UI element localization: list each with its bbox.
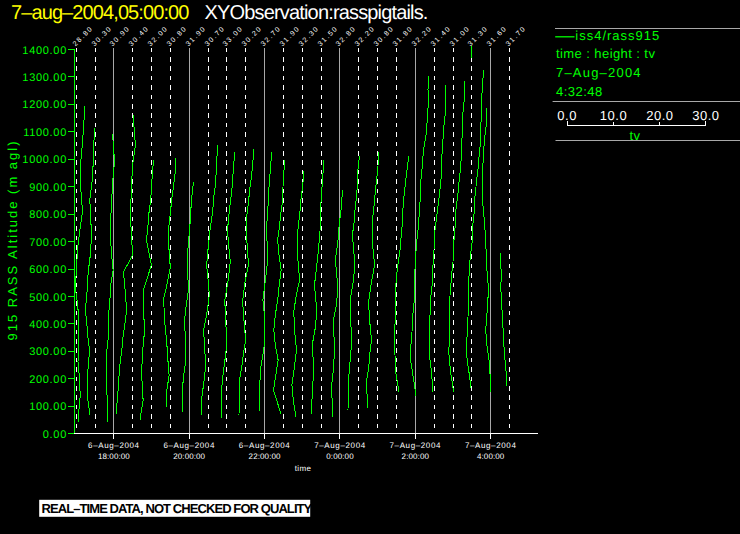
svg-text:6–Aug–2004: 6–Aug–2004 (163, 441, 215, 450)
svg-text:1300.00: 1300.00 (22, 72, 67, 84)
svg-text:4:32:48: 4:32:48 (556, 84, 603, 99)
svg-text:7–Aug–2004: 7–Aug–2004 (314, 441, 366, 450)
svg-text:10.0: 10.0 (600, 108, 627, 123)
svg-text:1400.00: 1400.00 (22, 45, 67, 57)
svg-text:22:00:00: 22:00:00 (249, 452, 281, 461)
svg-text:4:00:00: 4:00:00 (477, 452, 505, 461)
svg-text:100.00: 100.00 (29, 401, 67, 413)
svg-text:0:00:00: 0:00:00 (326, 452, 354, 461)
svg-text:REAL–TIME DATA, NOT CHECKED FO: REAL–TIME DATA, NOT CHECKED FOR QUALITY (42, 501, 313, 516)
svg-text:20.0: 20.0 (646, 108, 673, 123)
svg-text:time : height : tv: time : height : tv (556, 46, 655, 61)
svg-text:400.00: 400.00 (29, 319, 67, 331)
svg-text:6–Aug–2004: 6–Aug–2004 (88, 441, 140, 450)
svg-text:20:00:00: 20:00:00 (173, 452, 205, 461)
svg-text:600.00: 600.00 (29, 264, 67, 276)
svg-text:200.00: 200.00 (29, 374, 67, 386)
svg-text:2:00:00: 2:00:00 (402, 452, 430, 461)
svg-text:6–Aug–2004: 6–Aug–2004 (239, 441, 291, 450)
svg-text:915 RASS Altitude (m agl): 915 RASS Altitude (m agl) (5, 139, 20, 340)
svg-text:900.00: 900.00 (29, 182, 67, 194)
svg-text:7–Aug–2004: 7–Aug–2004 (465, 441, 517, 450)
svg-text:7–aug–2004,05:00:00: 7–aug–2004,05:00:00 (11, 2, 189, 24)
svg-text:time: time (295, 464, 312, 473)
svg-text:500.00: 500.00 (29, 292, 67, 304)
svg-text:1000.00: 1000.00 (22, 154, 67, 166)
svg-text:700.00: 700.00 (29, 237, 67, 249)
svg-text:300.00: 300.00 (29, 346, 67, 358)
svg-text:0.00: 0.00 (43, 429, 67, 441)
svg-text:1100.00: 1100.00 (23, 127, 67, 139)
svg-text:800.00: 800.00 (29, 209, 67, 221)
svg-text:18:00:00: 18:00:00 (98, 452, 130, 461)
svg-text:iss4/rass915: iss4/rass915 (575, 28, 660, 43)
svg-text:7–Aug–2004: 7–Aug–2004 (556, 65, 642, 80)
svg-text:7–Aug–2004: 7–Aug–2004 (390, 441, 442, 450)
svg-text:1200.00: 1200.00 (22, 99, 67, 111)
svg-text:XYObservation:rasspigtails.: XYObservation:rasspigtails. (205, 2, 428, 24)
